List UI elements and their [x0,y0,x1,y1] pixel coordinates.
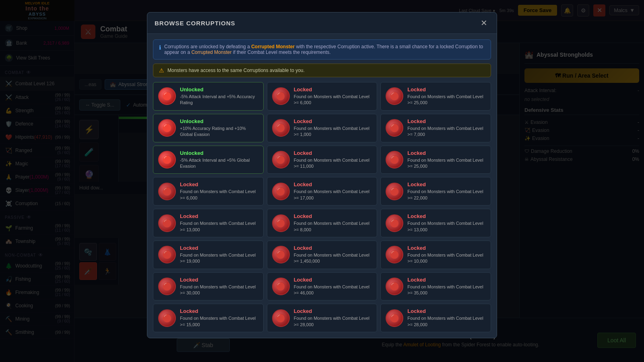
corruption-card-16[interactable]: 🔴LockedFound on Monsters with Combat Lev… [267,241,378,269]
corruption-card-10[interactable]: 🔴LockedFound on Monsters with Combat Lev… [267,177,378,206]
corruption-orb-2: 🔴 [386,87,403,105]
corruption-desc-16: Found on Monsters with Combat Level >= 1… [294,252,372,265]
corruption-card-1[interactable]: 🔴LockedFound on Monsters with Combat Lev… [267,82,378,111]
warn-text: Monsters have access to the same Corrupt… [167,68,305,73]
corruption-status-19: Locked [294,277,372,283]
corruption-info-20: LockedFound on Monsters with Combat Leve… [407,277,486,296]
info-icon: ℹ [159,44,161,51]
corruption-desc-8: Found on Monsters with Combat Level >= 2… [407,157,486,170]
corruption-desc-11: Found on Monsters with Combat Level >= 2… [407,189,486,201]
corruption-orb-6: 🔴 [158,151,176,169]
modal-title: BROWSE CORRUPTIONS [155,20,235,27]
corruption-card-9[interactable]: 🔴LockedFound on Monsters with Combat Lev… [153,177,264,206]
corruption-desc-19: Found on Monsters with Combat Level >= 4… [294,284,372,296]
corruption-card-7[interactable]: 🔴LockedFound on Monsters with Combat Lev… [267,146,378,174]
info-highlight2: Corrupted Monster [191,49,231,55]
corruption-orb-1: 🔴 [272,87,290,105]
corruption-info-2: LockedFound on Monsters with Combat Leve… [407,86,486,106]
corruption-orb-20: 🔴 [386,278,403,295]
corruption-orb-5: 🔴 [386,119,403,137]
corruption-desc-22: Found on Monsters with Combat Level >= 2… [294,315,372,328]
corruption-desc-4: Found on Monsters with Combat Level >= 1… [294,125,372,138]
corruption-info-1: LockedFound on Monsters with Combat Leve… [294,86,372,106]
corruption-card-17[interactable]: 🔴LockedFound on Monsters with Combat Lev… [380,241,491,269]
corruption-status-5: Locked [407,118,486,124]
corruption-info-14: LockedFound on Monsters with Combat Leve… [407,213,486,233]
corruption-info-19: LockedFound on Monsters with Combat Leve… [294,277,372,296]
corruption-status-3: Unlocked [180,118,258,124]
corruption-orb-21: 🔴 [158,309,176,327]
corruption-card-14[interactable]: 🔴LockedFound on Monsters with Combat Lev… [380,209,491,237]
corruption-orb-8: 🔴 [386,151,403,169]
corruption-info-9: LockedFound on Monsters with Combat Leve… [180,181,258,201]
corruption-status-16: Locked [294,245,372,251]
info-highlight1: Corrupted Monster [251,44,295,49]
corruption-status-12: Locked [180,213,258,219]
corruption-card-15[interactable]: 🔴LockedFound on Monsters with Combat Lev… [153,241,264,269]
corruption-status-4: Locked [294,118,372,124]
corruption-desc-2: Found on Monsters with Combat Level >= 2… [407,94,486,106]
corruption-status-15: Locked [180,245,258,251]
corruption-orb-23: 🔴 [386,309,403,327]
corruption-card-21[interactable]: 🔴LockedFound on Monsters with Combat Lev… [153,304,264,332]
corruption-info-3: Unlocked+10% Accuracy Rating and +10% Gl… [180,118,258,138]
browse-corruptions-modal: BROWSE CORRUPTIONS ✕ ℹ Corruptions are u… [147,12,497,338]
corruption-status-2: Locked [407,86,486,93]
corruption-info-23: LockedFound on Monsters with Combat Leve… [407,308,486,328]
corruption-card-23[interactable]: 🔴LockedFound on Monsters with Combat Lev… [380,304,491,332]
corruption-desc-13: Found on Monsters with Combat Level >= 8… [294,220,372,233]
corruption-card-13[interactable]: 🔴LockedFound on Monsters with Combat Lev… [267,209,378,237]
corruption-card-2[interactable]: 🔴LockedFound on Monsters with Combat Lev… [380,82,491,111]
corruption-card-20[interactable]: 🔴LockedFound on Monsters with Combat Lev… [380,272,491,301]
corruption-status-1: Locked [294,86,372,93]
corruption-desc-14: Found on Monsters with Combat Level >= 1… [407,220,486,233]
corruption-status-7: Locked [294,150,372,156]
corruption-desc-3: +10% Accuracy Rating and +10% Global Eva… [180,125,258,138]
corruption-desc-20: Found on Monsters with Combat Level >= 3… [407,284,486,296]
corruption-card-18[interactable]: 🔴LockedFound on Monsters with Combat Lev… [153,272,264,301]
corruption-info-10: LockedFound on Monsters with Combat Leve… [294,181,372,201]
corruption-info-8: LockedFound on Monsters with Combat Leve… [407,150,486,170]
modal-close-button[interactable]: ✕ [478,17,489,29]
corruption-status-9: Locked [180,181,258,187]
corruption-status-23: Locked [407,308,486,314]
corruption-orb-9: 🔴 [158,183,176,200]
corruption-grid: 🔴Unlocked-5% Attack Interval and +5% Acc… [153,82,491,332]
corruption-desc-1: Found on Monsters with Combat Level >= 6… [294,94,372,106]
corruption-card-4[interactable]: 🔴LockedFound on Monsters with Combat Lev… [267,114,378,142]
corruption-info-17: LockedFound on Monsters with Combat Leve… [407,245,486,265]
corruption-card-11[interactable]: 🔴LockedFound on Monsters with Combat Lev… [380,177,491,206]
corruption-card-5[interactable]: 🔴LockedFound on Monsters with Combat Lev… [380,114,491,142]
corruption-card-12[interactable]: 🔴LockedFound on Monsters with Combat Lev… [153,209,264,237]
corruption-orb-18: 🔴 [158,278,176,295]
corruption-card-0[interactable]: 🔴Unlocked-5% Attack Interval and +5% Acc… [153,82,264,111]
corruption-info-15: LockedFound on Monsters with Combat Leve… [180,245,258,265]
corruption-info-16: LockedFound on Monsters with Combat Leve… [294,245,372,265]
warn-icon: ⚠ [159,67,164,74]
corruption-info-13: LockedFound on Monsters with Combat Leve… [294,213,372,233]
corruption-card-8[interactable]: 🔴LockedFound on Monsters with Combat Lev… [380,146,491,174]
corruption-orb-0: 🔴 [158,87,176,105]
corruption-info-0: Unlocked-5% Attack Interval and +5% Accu… [180,86,258,106]
corruption-info-box: ℹ Corruptions are unlocked by defeating … [153,39,491,60]
corruption-info-22: LockedFound on Monsters with Combat Leve… [294,308,372,328]
corruption-orb-22: 🔴 [272,309,290,327]
corruption-info-11: LockedFound on Monsters with Combat Leve… [407,181,486,201]
corruption-status-11: Locked [407,181,486,187]
corruption-orb-4: 🔴 [272,119,290,137]
corruption-orb-12: 🔴 [158,214,176,232]
corruption-desc-12: Found on Monsters with Combat Level >= 1… [180,220,258,233]
corruption-orb-16: 🔴 [272,246,290,263]
corruption-desc-10: Found on Monsters with Combat Level >= 1… [294,189,372,201]
corruption-info-6: Unlocked-5% Attack Interval and +5% Glob… [180,150,258,170]
corruption-card-3[interactable]: 🔴Unlocked+10% Accuracy Rating and +10% G… [153,114,264,142]
corruption-card-22[interactable]: 🔴LockedFound on Monsters with Combat Lev… [267,304,378,332]
corruption-desc-0: -5% Attack Interval and +5% Accuracy Rat… [180,94,258,106]
corruption-card-19[interactable]: 🔴LockedFound on Monsters with Combat Lev… [267,272,378,301]
corruption-card-6[interactable]: 🔴Unlocked-5% Attack Interval and +5% Glo… [153,146,264,174]
corruption-desc-21: Found on Monsters with Combat Level >= 1… [180,315,258,328]
corruption-info-21: LockedFound on Monsters with Combat Leve… [180,308,258,328]
corruption-orb-17: 🔴 [386,246,403,263]
corruption-status-14: Locked [407,213,486,219]
corruption-desc-6: -5% Attack Interval and +5% Global Evasi… [180,157,258,170]
